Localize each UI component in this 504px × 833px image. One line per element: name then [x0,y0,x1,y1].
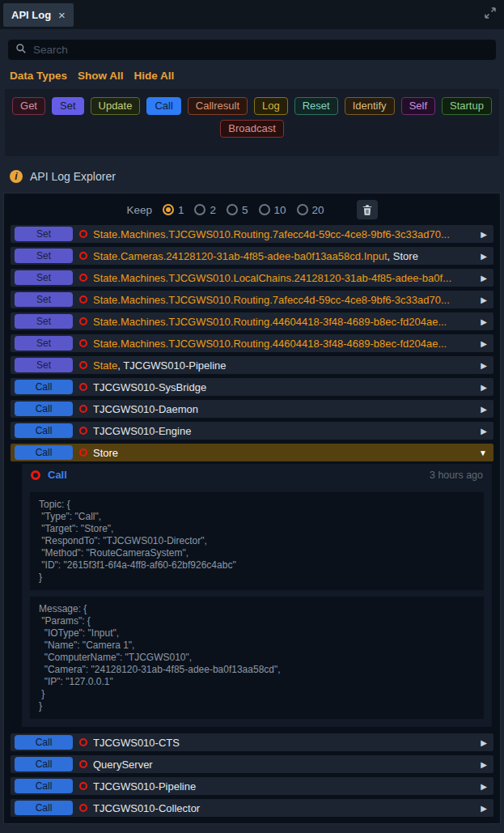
row-label: State.Machines.TJCGWS010.Routing.4460441… [93,316,476,328]
row-label-part: State.Machines.TJCGWS010.Routing.7afecc4… [93,294,450,306]
filter-button-get[interactable]: Get [12,97,45,115]
log-row[interactable]: CallTJCGWS010-Engine▶ [11,422,493,440]
row-type-button[interactable]: Set [15,336,73,351]
log-row[interactable]: CallTJCGWS010-Collector▶ [11,799,493,817]
row-type-button[interactable]: Set [15,270,73,285]
log-row[interactable]: SetState.Machines.TJCGWS010.Routing.4460… [11,334,493,352]
filter-button-callresult[interactable]: Callresult [188,97,248,115]
tab-title: API Log [11,9,51,21]
radio-icon[interactable] [227,204,238,215]
red-ring-icon [79,274,87,282]
row-type-button[interactable]: Set [15,358,73,372]
expand-icon[interactable]: ▶ [481,339,487,348]
log-row[interactable]: CallTJCGWS010-Daemon▶ [11,400,493,418]
row-label: TJCGWS010-CTS [93,737,476,749]
expand-icon[interactable]: ▶ [481,274,487,283]
expand-icon[interactable]: ▶ [481,782,487,791]
filter-button-broadcast[interactable]: Broadcast [220,120,284,138]
hide-all-link[interactable]: Hide All [134,70,175,82]
red-ring-icon [79,252,87,260]
row-type-button[interactable]: Call [15,801,73,815]
expand-icon[interactable]: ▶ [481,760,487,769]
row-label: State, TJCGWS010-Pipeline [93,359,476,372]
log-row[interactable]: CallTJCGWS010-Pipeline▶ [11,777,493,795]
log-row[interactable]: SetState.Cameras.24128120-31ab-4f85-adee… [11,247,493,265]
expand-icon[interactable]: ▶ [481,230,487,239]
expand-icon[interactable]: ▶ [481,317,487,326]
close-icon[interactable]: × [58,8,66,22]
expand-icon[interactable]: ▶ [481,427,487,436]
search-input[interactable] [33,44,489,56]
resize-diagonal-icon[interactable] [485,7,496,22]
row-label-part: , TJCGWS010-Pipeline [117,359,226,372]
filter-button-set[interactable]: Set [52,97,84,115]
red-ring-icon [79,760,87,768]
log-row[interactable]: SetState.Machines.TJCGWS010.LocalChains.… [11,269,493,287]
row-type-button[interactable]: Call [15,735,73,750]
row-type-button[interactable]: Set [15,227,73,241]
red-ring-icon [79,383,87,391]
keep-radio-2[interactable]: 2 [194,204,216,216]
filter-button-reset[interactable]: Reset [294,97,338,115]
detail-header: Call 3 hours ago [22,464,492,486]
data-types-link[interactable]: Data Types [10,70,67,82]
keep-radio-10[interactable]: 10 [259,204,286,216]
log-row[interactable]: SetState.Machines.TJCGWS010.Routing.4460… [11,312,493,330]
row-type-button[interactable]: Call [15,445,73,460]
row-type-button[interactable]: Call [15,757,73,771]
log-row[interactable]: SetState.Machines.TJCGWS010.Routing.7afe… [11,291,493,308]
search-bar[interactable] [8,40,496,60]
row-label: State.Machines.TJCGWS010.Routing.4460441… [93,338,476,350]
expand-icon[interactable]: ▶ [481,295,487,304]
filter-button-startup[interactable]: Startup [442,97,492,115]
row-type-button[interactable]: Call [15,779,73,793]
row-type-button[interactable]: Call [15,423,73,438]
log-row[interactable]: CallTJCGWS010-SysBridge▶ [11,378,493,396]
log-row[interactable]: CallStore▼ [11,444,493,461]
log-row[interactable]: SetState.Machines.TJCGWS010.Routing.7afe… [11,225,493,243]
keep-label: Keep [126,204,152,216]
expand-icon[interactable]: ▶ [481,252,487,261]
log-row[interactable]: CallTJCGWS010-CTS▶ [11,733,493,751]
expand-icon[interactable]: ▶ [481,383,487,392]
row-type-button[interactable]: Set [15,249,73,263]
row-type-button[interactable]: Set [15,292,73,307]
row-type-button[interactable]: Set [15,314,73,329]
row-label: TJCGWS010-Pipeline [93,780,476,793]
row-label-part: QueryServer [93,759,153,771]
keep-radio-20[interactable]: 20 [297,204,324,216]
expand-icon[interactable]: ▶ [481,361,487,370]
radio-icon[interactable] [259,204,270,215]
log-row[interactable]: SetState, TJCGWS010-Pipeline▶ [11,356,493,374]
row-label-part: State.Machines.TJCGWS010.Routing.7afecc4… [93,228,450,240]
filter-button-call[interactable]: Call [146,97,180,115]
row-type-button[interactable]: Call [15,402,73,416]
radio-icon[interactable] [194,204,205,215]
filter-row-2: Broadcast [11,120,493,138]
detail-timestamp: 3 hours ago [430,470,483,481]
red-ring-icon [79,295,87,304]
log-explorer-panel: Keep 1251020 SetState.Machines.TJCGWS010… [3,193,501,824]
radio-icon[interactable] [297,204,308,215]
red-ring-icon [79,317,87,325]
row-type-button[interactable]: Call [15,380,73,394]
keep-options: 1251020 [163,204,324,216]
red-ring-icon [79,427,87,435]
expand-icon[interactable]: ▶ [481,405,487,414]
show-all-link[interactable]: Show All [78,70,124,82]
keep-radio-1[interactable]: 1 [163,204,184,216]
log-row[interactable]: CallQueryServer▶ [11,755,493,773]
trash-button[interactable] [357,200,378,219]
filter-button-log[interactable]: Log [254,97,288,115]
collapse-icon[interactable]: ▼ [479,448,487,457]
row-label: TJCGWS010-Collector [93,802,476,814]
topic-json: Topic: { "Type": "Call", "Target": "Stor… [30,492,484,590]
filter-button-update[interactable]: Update [91,97,141,115]
tab-api-log[interactable]: API Log × [3,3,74,27]
expand-icon[interactable]: ▶ [481,738,487,747]
filter-button-self[interactable]: Self [401,97,435,115]
keep-radio-5[interactable]: 5 [227,204,248,216]
radio-icon[interactable] [163,204,174,215]
expand-icon[interactable]: ▶ [481,804,487,813]
filter-button-identify[interactable]: Identify [345,97,395,115]
